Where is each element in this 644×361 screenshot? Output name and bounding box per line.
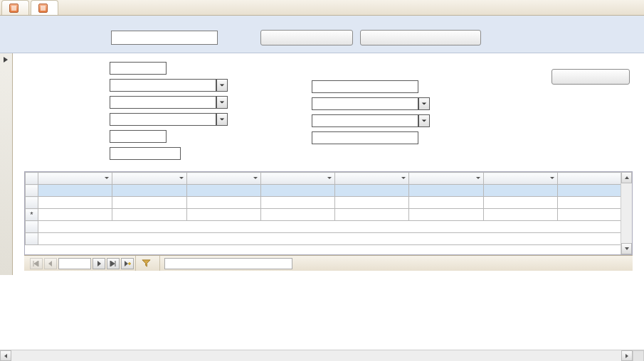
- year-input[interactable]: [110, 130, 167, 143]
- recnav-search-input[interactable]: [164, 258, 292, 269]
- category-input[interactable]: [110, 96, 216, 109]
- scrollbar-track[interactable]: [11, 350, 621, 361]
- col-desc[interactable]: [260, 173, 334, 185]
- nav-last-button[interactable]: [107, 258, 120, 269]
- table-row-empty: [26, 221, 632, 233]
- show-all-button[interactable]: [360, 30, 481, 45]
- detail-section: *: [13, 53, 644, 275]
- col-date[interactable]: [409, 173, 483, 185]
- table-row[interactable]: [26, 197, 632, 209]
- code-ts-input[interactable]: [110, 62, 167, 75]
- recnav-search[interactable]: [164, 258, 292, 269]
- table-row-empty: [26, 233, 632, 245]
- sort-icon[interactable]: [253, 174, 258, 183]
- col-dtp-type[interactable]: [112, 173, 186, 185]
- tab-vehicles[interactable]: [31, 0, 58, 15]
- model-input[interactable]: [312, 131, 418, 144]
- new-row-marker: *: [26, 209, 38, 221]
- col-ts-code[interactable]: [483, 173, 557, 185]
- row-selector[interactable]: [26, 197, 38, 209]
- recnav-position[interactable]: [58, 258, 91, 269]
- table-row[interactable]: [26, 185, 632, 197]
- type-dropdown[interactable]: [418, 97, 430, 110]
- col-owner[interactable]: [38, 173, 112, 185]
- bottom-horizontal-scrollbar[interactable]: [0, 350, 644, 361]
- color-input[interactable]: [110, 113, 216, 126]
- nav-prev-button: [44, 258, 57, 269]
- gosnomer-search-input[interactable]: [111, 31, 218, 45]
- subform-table: *: [24, 171, 633, 255]
- subform-vertical-scrollbar[interactable]: [621, 172, 632, 254]
- record-navigator: [24, 255, 633, 271]
- brand-dropdown[interactable]: [418, 114, 430, 127]
- sort-icon[interactable]: [104, 174, 110, 183]
- scroll-corner: [633, 350, 644, 361]
- tab-button-form[interactable]: [1, 0, 29, 15]
- funnel-icon: [142, 259, 151, 268]
- search-button[interactable]: [260, 30, 353, 45]
- nav-new-button[interactable]: [121, 258, 134, 269]
- filter-indicator[interactable]: [135, 256, 160, 271]
- code-owner-dropdown[interactable]: [216, 79, 228, 92]
- select-all-rows[interactable]: [26, 173, 38, 185]
- code-owner-input[interactable]: [110, 79, 216, 92]
- category-dropdown[interactable]: [216, 96, 228, 109]
- tabs-bar: [0, 0, 644, 16]
- form-icon: [38, 4, 48, 13]
- sort-icon[interactable]: [179, 174, 184, 183]
- gosnomer-input[interactable]: [312, 80, 418, 93]
- scroll-down-icon[interactable]: [621, 243, 632, 254]
- form-icon: [9, 4, 19, 13]
- color-dropdown[interactable]: [216, 113, 228, 126]
- brand-input[interactable]: [312, 114, 418, 127]
- row-selector[interactable]: [26, 185, 38, 197]
- col-time[interactable]: [335, 173, 409, 185]
- scroll-up-icon[interactable]: [621, 172, 632, 183]
- nav-next-button[interactable]: [93, 258, 105, 269]
- sort-icon[interactable]: [401, 174, 406, 183]
- type-input[interactable]: [312, 97, 418, 110]
- reg-date-input[interactable]: [110, 147, 181, 160]
- scroll-right-icon[interactable]: [621, 350, 633, 361]
- sort-icon[interactable]: [549, 174, 555, 183]
- owner-button[interactable]: [551, 69, 630, 85]
- sort-icon[interactable]: [475, 174, 481, 183]
- table-row-new[interactable]: *: [26, 209, 632, 221]
- record-selector-gutter[interactable]: [0, 53, 13, 275]
- col-place[interactable]: [186, 173, 260, 185]
- sort-icon[interactable]: [327, 174, 332, 183]
- form-header: [0, 16, 644, 53]
- nav-first-button[interactable]: [30, 258, 43, 269]
- scroll-left-icon[interactable]: [0, 350, 11, 361]
